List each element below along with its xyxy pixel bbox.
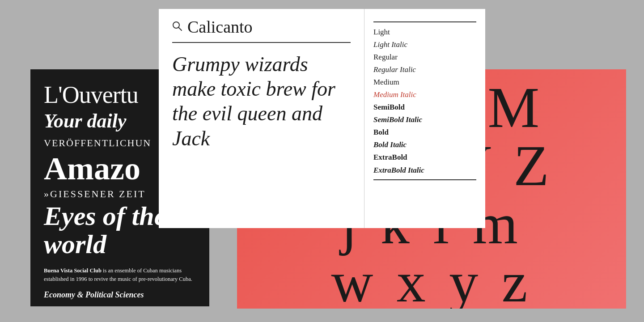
dark-body-text: Buena Vista Social Club is an ensemble o… <box>44 267 196 284</box>
weight-item-light[interactable]: Light <box>373 26 476 38</box>
weight-item-medium-italic[interactable]: Medium Italic <box>373 89 476 101</box>
weight-item-regular-italic[interactable]: Regular Italic <box>373 64 476 76</box>
weight-item-extrabold[interactable]: ExtraBold <box>373 151 476 164</box>
weight-item-semibold[interactable]: SemiBold <box>373 101 476 114</box>
weight-item-bold-italic[interactable]: Bold Italic <box>373 139 476 151</box>
main-panel: Calicanto Grumpy wizards make toxic brew… <box>159 9 485 228</box>
weight-list: LightLight ItalicRegularRegular ItalicMe… <box>373 26 476 177</box>
weight-item-light-italic[interactable]: Light Italic <box>373 38 476 51</box>
panel-right: LightLight ItalicRegularRegular ItalicMe… <box>364 9 485 228</box>
weight-item-medium[interactable]: Medium <box>373 76 476 89</box>
weight-item-extrabold-italic[interactable]: ExtraBold Italic <box>373 164 476 177</box>
dark-body-bold: Buena Vista Social Club <box>44 267 102 274</box>
coral-letters-row4: w x y z <box>237 253 626 309</box>
svg-line-1 <box>179 27 182 30</box>
dark-footer-text: Economy & Political Sciences <box>44 290 196 300</box>
weight-item-regular[interactable]: Regular <box>373 51 476 64</box>
font-name-display: Calicanto <box>187 17 253 37</box>
search-bar[interactable]: Calicanto <box>172 9 351 43</box>
search-icon <box>172 21 182 33</box>
weight-list-footer <box>373 179 476 180</box>
panel-left: Calicanto Grumpy wizards make toxic brew… <box>159 9 364 228</box>
weight-list-header <box>373 9 476 22</box>
weight-item-semibold-italic[interactable]: SemiBold Italic <box>373 114 476 126</box>
font-preview-text: Grumpy wizards make toxic brew for the e… <box>172 52 351 151</box>
weight-item-bold[interactable]: Bold <box>373 126 476 139</box>
